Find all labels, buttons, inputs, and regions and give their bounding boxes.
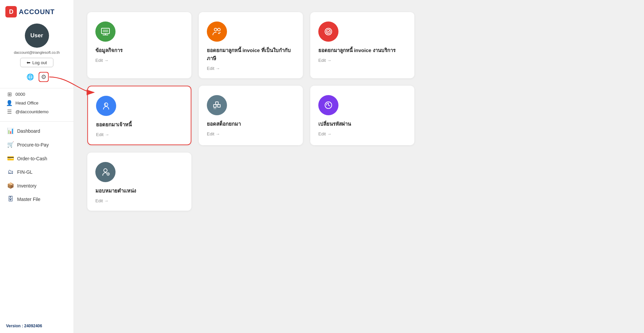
avatar: User bbox=[25, 24, 49, 48]
card-assign-role[interactable]: มอบหมายตำแหน่ง Edit → bbox=[87, 153, 191, 211]
logo-text: ACCOUNT bbox=[19, 8, 55, 16]
nav-procure-label: Procure-to-Pay bbox=[17, 142, 49, 148]
logout-icon: ⬅ bbox=[27, 60, 31, 65]
card-change-password-edit[interactable]: Edit → bbox=[318, 131, 406, 136]
card-stock-edit[interactable]: Edit → bbox=[207, 131, 295, 136]
nav-menu: 📊 Dashboard 🛒 Procure-to-Pay 💳 Order-to-… bbox=[0, 124, 74, 320]
fingl-icon: 🗂 bbox=[7, 169, 14, 175]
nav-dashboard[interactable]: 📊 Dashboard bbox=[3, 124, 71, 137]
sidebar-info: ⊞ 0000 👤 Head Office ☰ @daccountdemo bbox=[0, 91, 74, 117]
nav-masterfile-label: Master File bbox=[17, 197, 40, 202]
card-invoice-vat[interactable]: ยอดยกมาลูกหนี้ invoice ที่เป็นใบกำกับภาษ… bbox=[199, 12, 303, 78]
code-icon: ⊞ bbox=[6, 91, 13, 97]
card-invoice-vat-edit[interactable]: Edit → bbox=[207, 66, 295, 71]
card-invoice-service-icon bbox=[318, 22, 338, 42]
sidebar-office-text: Head Office bbox=[15, 100, 38, 106]
sidebar-info-code: ⊞ 0000 bbox=[6, 91, 67, 97]
card-invoice-service[interactable]: ยอดยกมาลูกหนี้ invoice งานบริการ Edit → bbox=[310, 12, 414, 78]
card-business-icon bbox=[95, 22, 116, 42]
version-label: Version : 24092406 bbox=[0, 320, 48, 330]
card-change-password-title: เปลี่ยนรหัสผ่าน bbox=[318, 120, 406, 128]
nav-procure-to-pay[interactable]: 🛒 Procure-to-Pay bbox=[3, 138, 71, 151]
svg-text:฿: ฿ bbox=[104, 102, 106, 106]
card-stock[interactable]: ยอดสต็อกยกมา Edit → bbox=[199, 86, 303, 145]
card-creditor-title: ยอดยกมาเจ้าหนี้ bbox=[96, 121, 183, 129]
sidebar-info-office: 👤 Head Office bbox=[6, 100, 67, 106]
svg-rect-14 bbox=[214, 107, 216, 109]
card-assign-role-title: มอบหมายตำแหน่ง bbox=[95, 187, 183, 195]
sidebar-code-text: 0000 bbox=[15, 92, 25, 97]
nav-order-to-cash[interactable]: 💳 Order-to-Cash bbox=[3, 152, 71, 165]
gear-icon[interactable]: ⚙ bbox=[39, 72, 49, 82]
card-invoice-vat-title: ยอดยกมาลูกหนี้ invoice ที่เป็นใบกำกับภาษ… bbox=[207, 46, 295, 63]
nav-dashboard-label: Dashboard bbox=[17, 128, 40, 134]
card-assign-role-icon bbox=[95, 162, 116, 182]
logout-button[interactable]: ⬅ Log out bbox=[20, 58, 53, 67]
nav-inventory-label: Inventory bbox=[17, 183, 37, 189]
card-creditor[interactable]: ฿ ยอดยกมาเจ้าหนี้ Edit → bbox=[87, 86, 191, 145]
nav-master-file[interactable]: 🗄 Master File bbox=[3, 193, 71, 206]
card-stock-icon bbox=[207, 95, 227, 115]
sidebar: D ACCOUNT User daccount@trianglesoft.co.… bbox=[0, 0, 74, 333]
svg-rect-13 bbox=[216, 102, 218, 105]
card-invoice-service-edit[interactable]: Edit → bbox=[318, 58, 406, 63]
card-creditor-edit[interactable]: Edit → bbox=[96, 132, 183, 137]
card-stock-title: ยอดสต็อกยกมา bbox=[207, 120, 295, 128]
nav-order-label: Order-to-Cash bbox=[17, 156, 47, 161]
card-creditor-icon: ฿ bbox=[96, 96, 116, 116]
logo-icon: D bbox=[5, 6, 17, 17]
inventory-icon: 📦 bbox=[7, 182, 14, 189]
nav-inventory[interactable]: 📦 Inventory bbox=[3, 179, 71, 192]
card-business-title: ข้อมูลกิจการ bbox=[95, 46, 183, 54]
svg-point-16 bbox=[104, 169, 107, 172]
card-business-info[interactable]: ข้อมูลกิจการ Edit → bbox=[87, 12, 191, 78]
logo-area: D ACCOUNT bbox=[0, 6, 74, 17]
card-invoice-vat-icon bbox=[207, 22, 227, 42]
svg-rect-4 bbox=[103, 30, 108, 32]
globe-icon[interactable]: 🌐 bbox=[25, 72, 35, 82]
card-business-edit[interactable]: Edit → bbox=[95, 58, 183, 63]
card-change-password-icon bbox=[318, 95, 338, 115]
svg-point-5 bbox=[214, 28, 217, 31]
demo-icon: ☰ bbox=[6, 109, 13, 115]
main-content: ข้อมูลกิจการ Edit → ยอดยกมาลูกหนี้ invoi… bbox=[74, 0, 644, 333]
card-change-password[interactable]: เปลี่ยนรหัสผ่าน Edit → bbox=[310, 86, 414, 145]
logout-label: Log out bbox=[32, 60, 47, 65]
icon-row: 🌐 ⚙ bbox=[25, 72, 49, 82]
order-icon: 💳 bbox=[7, 155, 14, 162]
card-assign-role-edit[interactable]: Edit → bbox=[95, 198, 183, 203]
procure-icon: 🛒 bbox=[7, 141, 14, 148]
card-invoice-service-title: ยอดยกมาลูกหนี้ invoice งานบริการ bbox=[318, 46, 406, 54]
svg-point-6 bbox=[218, 28, 220, 31]
masterfile-icon: 🗄 bbox=[7, 196, 14, 203]
office-icon: 👤 bbox=[6, 100, 13, 106]
svg-rect-12 bbox=[218, 105, 220, 107]
nav-fin-gl[interactable]: 🗂 FIN-GL bbox=[3, 166, 71, 178]
sidebar-info-demo: ☰ @daccountdemo bbox=[6, 109, 67, 115]
dashboard-icon: 📊 bbox=[7, 127, 14, 134]
user-email: daccount@trianglesoft.co.th bbox=[11, 50, 62, 54]
cards-grid: ข้อมูลกิจการ Edit → ยอดยกมาลูกหนี้ invoi… bbox=[87, 12, 423, 211]
svg-rect-11 bbox=[214, 105, 216, 107]
nav-fingl-label: FIN-GL bbox=[17, 169, 33, 175]
sidebar-demo-text: @daccountdemo bbox=[15, 109, 48, 114]
